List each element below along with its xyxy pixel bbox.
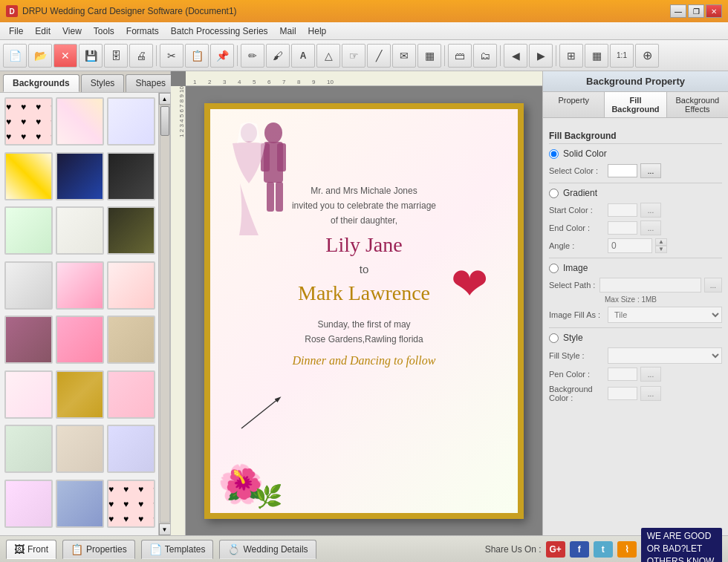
path-input[interactable] bbox=[599, 278, 701, 293]
tab-styles[interactable]: Styles bbox=[81, 74, 125, 92]
end-color-box[interactable] bbox=[608, 221, 637, 235]
image-radio[interactable] bbox=[549, 264, 559, 273]
status-tab-front[interactable]: 🖼 Front bbox=[6, 540, 56, 559]
menu-mail[interactable]: Mail bbox=[274, 24, 302, 38]
toolbar-grid1[interactable]: ⊞ bbox=[559, 44, 583, 68]
select-color-box[interactable] bbox=[608, 164, 637, 177]
toolbar-print[interactable]: 🖨 bbox=[129, 44, 153, 68]
bg-thumb-dark-pattern[interactable] bbox=[107, 206, 155, 255]
tab-backgrounds[interactable]: Backgrounds bbox=[3, 74, 79, 92]
social-twitter-btn[interactable]: t bbox=[594, 541, 613, 558]
scroll-down-arrow[interactable]: ▼ bbox=[159, 523, 171, 535]
toolbar-select[interactable]: ☞ bbox=[342, 44, 365, 68]
menu-formats[interactable]: Formats bbox=[120, 24, 165, 38]
start-color-btn[interactable]: ... bbox=[640, 203, 661, 218]
tab-shapes[interactable]: Shapes bbox=[126, 74, 175, 92]
bg-thumb-mandala[interactable] bbox=[107, 97, 155, 146]
toolbar-zoom-fit[interactable]: 1:1 bbox=[610, 44, 634, 68]
minimize-button[interactable]: — bbox=[670, 4, 686, 18]
menu-tools[interactable]: Tools bbox=[88, 24, 120, 38]
bg-thumb-gold-texture[interactable] bbox=[56, 370, 104, 419]
bg-thumb-pink-flowers[interactable] bbox=[56, 261, 104, 310]
toolbar-grid2[interactable]: ▦ bbox=[585, 44, 608, 68]
bg-thumb-blue-lace2[interactable] bbox=[56, 480, 104, 528]
right-tab-fill-background[interactable]: Fill Background bbox=[605, 92, 666, 117]
menu-file[interactable]: File bbox=[3, 24, 29, 38]
pen-color-box[interactable] bbox=[608, 367, 637, 381]
bg-thumb-blue-lace1[interactable] bbox=[107, 425, 155, 473]
toolbar-new[interactable]: 📄 bbox=[3, 44, 27, 68]
social-google-btn[interactable]: G+ bbox=[546, 541, 565, 558]
image-fill-select[interactable]: Tile Stretch Center bbox=[608, 307, 722, 323]
solid-color-radio[interactable] bbox=[549, 149, 559, 159]
menu-edit[interactable]: Edit bbox=[29, 24, 56, 38]
scroll-up-arrow[interactable]: ▲ bbox=[159, 93, 171, 105]
bg-thumb-gold-rings[interactable] bbox=[4, 152, 53, 200]
toolbar-paste[interactable]: 📌 bbox=[210, 44, 234, 68]
angle-down[interactable]: ▼ bbox=[655, 246, 667, 253]
toolbar-text[interactable]: A bbox=[291, 44, 315, 68]
status-tab-templates[interactable]: 📄 Templates bbox=[141, 540, 214, 559]
angle-input[interactable] bbox=[608, 238, 652, 253]
bg-thumb-pink-hearts[interactable] bbox=[4, 97, 53, 146]
bg-thumb-purple-paisley[interactable] bbox=[4, 316, 53, 364]
toolbar-fwd[interactable]: ▶ bbox=[529, 44, 553, 68]
bg-thumb-floral-pink[interactable] bbox=[56, 97, 104, 146]
path-btn[interactable]: ... bbox=[704, 278, 722, 293]
toolbar-back[interactable]: ◀ bbox=[504, 44, 527, 68]
start-color-box[interactable] bbox=[608, 203, 637, 217]
bg-thumb-light-pink-soft[interactable] bbox=[4, 370, 53, 419]
toolbar-open[interactable]: 📂 bbox=[28, 44, 52, 68]
toolbar-shape[interactable]: △ bbox=[316, 44, 340, 68]
menu-help[interactable]: Help bbox=[302, 24, 333, 38]
close-button[interactable]: ✕ bbox=[706, 4, 722, 18]
bg-thumb-pink-paisley[interactable] bbox=[56, 316, 104, 364]
scroll-track[interactable] bbox=[160, 105, 170, 523]
end-color-btn[interactable]: ... bbox=[640, 220, 661, 235]
angle-up[interactable]: ▲ bbox=[655, 238, 667, 246]
bg-thumb-dark-lace[interactable] bbox=[107, 152, 155, 200]
toolbar-line[interactable]: ╱ bbox=[367, 44, 391, 68]
menu-view[interactable]: View bbox=[56, 24, 88, 38]
restore-button[interactable]: ❐ bbox=[688, 4, 704, 18]
bg-thumb-pink-lace1[interactable] bbox=[4, 480, 53, 528]
status-tab-wedding-details[interactable]: 💍 Wedding Details bbox=[219, 540, 316, 559]
toolbar-insert[interactable]: ✉ bbox=[392, 44, 416, 68]
bg-color-box[interactable] bbox=[608, 387, 637, 400]
bg-thumb-light-texture[interactable] bbox=[56, 206, 104, 255]
bg-thumb-pink-daisies[interactable] bbox=[107, 370, 155, 419]
bg-thumb-pink-hearts-2[interactable] bbox=[107, 480, 155, 528]
bg-thumb-tan-floral[interactable] bbox=[56, 425, 104, 473]
toolbar-db2[interactable]: 🗂 bbox=[473, 44, 497, 68]
menu-batch-processing[interactable]: Batch Processing Series bbox=[165, 24, 274, 38]
gradient-radio[interactable] bbox=[549, 189, 559, 198]
bg-color-btn[interactable]: ... bbox=[640, 386, 661, 401]
social-rss-btn[interactable]: ⌇ bbox=[617, 541, 637, 558]
scroll-thumb[interactable] bbox=[160, 106, 169, 136]
select-color-btn[interactable]: ... bbox=[640, 163, 661, 178]
bg-thumb-blue-floral[interactable] bbox=[56, 152, 104, 200]
bg-thumb-green-soft[interactable] bbox=[4, 206, 53, 255]
toolbar-pencil[interactable]: ✏ bbox=[241, 44, 264, 68]
left-panel-scrollbar[interactable]: ▲ ▼ bbox=[158, 93, 170, 535]
toolbar-barcode[interactable]: ▦ bbox=[417, 44, 441, 68]
status-tab-properties[interactable]: 📋 Properties bbox=[62, 540, 135, 559]
toolbar-save[interactable]: 💾 bbox=[79, 44, 103, 68]
social-facebook-btn[interactable]: f bbox=[570, 541, 589, 558]
bg-thumb-green-floral[interactable] bbox=[4, 425, 53, 473]
toolbar-brush[interactable]: 🖌 bbox=[266, 44, 290, 68]
right-tab-background-effects[interactable]: Background Effects bbox=[667, 92, 728, 117]
toolbar-copy[interactable]: 📋 bbox=[185, 44, 209, 68]
toolbar-zoom-in[interactable]: ⊕ bbox=[635, 44, 659, 68]
fill-style-select[interactable] bbox=[608, 347, 722, 364]
toolbar-close[interactable]: ✕ bbox=[53, 44, 77, 68]
bg-thumb-sketch[interactable] bbox=[4, 261, 53, 310]
bg-thumb-tan-texture[interactable] bbox=[107, 316, 155, 364]
right-tab-property[interactable]: Property bbox=[543, 92, 605, 117]
toolbar-save-all[interactable]: 🗄 bbox=[104, 44, 128, 68]
bg-thumb-red-symbol[interactable] bbox=[107, 261, 155, 310]
toolbar-db1[interactable]: 🗃 bbox=[448, 44, 472, 68]
toolbar-cut[interactable]: ✂ bbox=[160, 44, 183, 68]
style-radio[interactable] bbox=[549, 333, 559, 343]
pen-color-btn[interactable]: ... bbox=[640, 367, 661, 382]
